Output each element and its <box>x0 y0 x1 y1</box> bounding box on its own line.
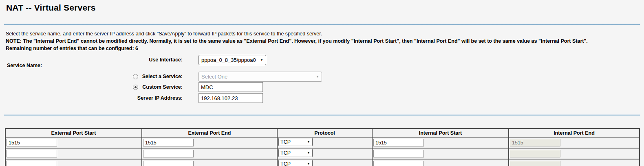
external-port-start-input[interactable] <box>7 161 57 166</box>
table-row: TCP ▼ <box>5 159 640 166</box>
external-port-start-input[interactable] <box>7 150 57 157</box>
select-service-label: Select a Service: <box>0 72 183 82</box>
service-select-placeholder: Select One <box>201 74 227 80</box>
chevron-down-icon: ▼ <box>307 140 310 144</box>
protocol-selected-value: TCP <box>280 161 291 166</box>
protocol-select[interactable]: TCP ▼ <box>278 160 313 166</box>
external-port-end-input[interactable] <box>143 150 194 157</box>
server-ip-row: Server IP Address: <box>0 93 644 104</box>
page-title: NAT -- Virtual Servers <box>6 3 96 13</box>
chevron-down-icon: ▼ <box>307 151 310 155</box>
table-header-row: External Port Start External Port End Pr… <box>5 129 640 137</box>
internal-port-start-input[interactable] <box>373 150 424 157</box>
section-divider-top <box>4 24 640 25</box>
chevron-down-icon: ▼ <box>316 75 319 79</box>
col-header-protocol: Protocol <box>277 129 372 137</box>
internal-port-end-input <box>510 161 560 166</box>
remaining-entries-text: Remaining number of entries that can be … <box>6 45 640 52</box>
service-select: Select One ▼ <box>198 72 322 82</box>
custom-service-input[interactable] <box>198 82 263 92</box>
col-header-external-port-start: External Port Start <box>5 129 142 137</box>
internal-port-end-input <box>510 139 560 146</box>
table-row: TCP ▼ <box>5 148 640 159</box>
server-ip-label: Server IP Address: <box>0 93 183 103</box>
custom-service-row: Custom Service: <box>0 82 644 93</box>
custom-service-label: Custom Service: <box>0 82 183 92</box>
description-block: Select the service name, and enter the s… <box>6 30 640 52</box>
use-interface-selected-value: pppoa_0_8_35/pppoa0 <box>201 57 256 63</box>
port-mapping-table: External Port Start External Port End Pr… <box>5 128 640 166</box>
internal-port-end-input <box>510 150 560 157</box>
internal-port-start-input[interactable] <box>373 139 424 146</box>
chevron-down-icon: ▼ <box>307 162 310 166</box>
col-header-external-port-end: External Port End <box>142 129 277 137</box>
protocol-selected-value: TCP <box>280 150 291 156</box>
protocol-select[interactable]: TCP ▼ <box>278 149 313 157</box>
external-port-end-input[interactable] <box>143 161 194 166</box>
description-text: Select the service name, and enter the s… <box>6 30 640 37</box>
nat-virtual-servers-page: NAT -- Virtual Servers Select the servic… <box>0 0 644 166</box>
select-service-row: Select a Service: Select One ▼ <box>0 72 644 82</box>
col-header-internal-port-start: Internal Port Start <box>372 129 509 137</box>
section-divider-middle <box>4 114 640 116</box>
table-row: TCP ▼ <box>5 137 640 148</box>
external-port-end-input[interactable] <box>143 139 194 146</box>
use-interface-select[interactable]: pppoa_0_8_35/pppoa0 ▼ <box>198 55 266 65</box>
use-interface-row: Use Interface: pppoa_0_8_35/pppoa0 ▼ <box>0 55 644 66</box>
col-header-internal-port-end: Internal Port End <box>509 129 640 137</box>
protocol-select[interactable]: TCP ▼ <box>278 138 313 146</box>
server-ip-input[interactable] <box>198 93 263 103</box>
external-port-start-input[interactable] <box>7 139 57 146</box>
note-text: NOTE: The "Internal Port End" cannot be … <box>6 37 640 45</box>
service-name-label: Service Name: <box>7 63 42 68</box>
internal-port-start-input[interactable] <box>373 161 424 166</box>
chevron-down-icon: ▼ <box>260 59 263 62</box>
protocol-selected-value: TCP <box>280 139 291 145</box>
